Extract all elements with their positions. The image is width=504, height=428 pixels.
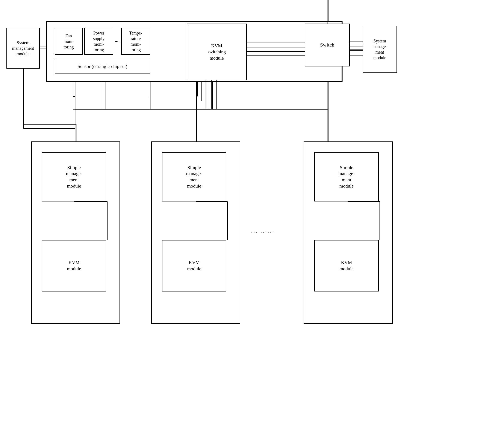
diagram: System management module Fanmoni-toring … <box>0 0 504 428</box>
system-mgmt-left: System management module <box>7 28 40 69</box>
kvm-switching-module: KVMswitchingmodule <box>187 24 247 80</box>
blade2-kvm-module: KVMmodule <box>162 240 226 291</box>
blade1-simple-mgmt: Simplemanage-mentmodule <box>42 152 106 201</box>
blade-ellipsis: ... ...... <box>251 227 275 234</box>
switch-box: Switch <box>305 24 350 66</box>
system-mgmt-right: Systemmanage-mentmodule <box>363 26 397 73</box>
blade3-kvm-module: KVMmodule <box>314 240 379 291</box>
ellipsis-between-monitoring: ...... <box>115 38 122 43</box>
temperature-monitoring: Tempe-raturemoni-toring <box>121 28 150 55</box>
blade1-kvm-module: KVMmodule <box>42 240 106 291</box>
fan-monitoring: Fanmoni-toring <box>55 28 83 55</box>
blade2-simple-mgmt: Simplemanage-mentmodule <box>162 152 226 201</box>
sensor-box: Sensor (or single-chip set) <box>55 59 150 74</box>
power-supply-monitoring: Powersupplymoni-toring <box>84 28 113 55</box>
blade3-simple-mgmt: Simplemanage-mentmodule <box>314 152 379 201</box>
